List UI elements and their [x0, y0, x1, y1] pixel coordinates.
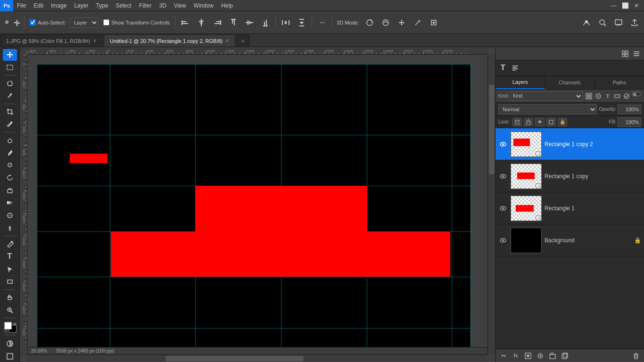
right-panel-arrange[interactable]	[632, 49, 641, 58]
lock-all-btn[interactable]: 🔒	[558, 118, 567, 126]
text-align-r[interactable]	[510, 62, 521, 74]
3d-slide-btn[interactable]	[410, 15, 425, 30]
magic-wand-tool[interactable]	[3, 90, 17, 102]
filter-text-icon[interactable]: T	[603, 92, 612, 100]
menu-help[interactable]: Help	[217, 0, 237, 11]
workspace-btn[interactable]	[611, 15, 626, 30]
filter-shape-icon[interactable]	[613, 92, 621, 100]
quick-mask-btn[interactable]	[3, 338, 17, 350]
opacity-input[interactable]	[618, 105, 641, 114]
3d-pan-btn[interactable]	[394, 15, 409, 30]
path-selection-tool[interactable]	[3, 263, 17, 275]
layer-group-btn[interactable]	[547, 351, 558, 361]
fill-input[interactable]	[618, 117, 641, 127]
filter-pixel-icon[interactable]	[585, 92, 593, 100]
lock-position-btn[interactable]	[535, 118, 545, 126]
align-center-v-btn[interactable]	[242, 15, 257, 30]
align-bottom-btn[interactable]	[258, 15, 273, 30]
screen-mode-btn[interactable]	[3, 350, 17, 362]
brush-tool[interactable]	[3, 147, 17, 158]
align-left-btn[interactable]	[178, 15, 193, 30]
layer-visibility-background[interactable]	[498, 236, 508, 245]
history-brush-tool[interactable]	[3, 172, 17, 184]
layer-new-btn[interactable]	[560, 351, 570, 361]
hand-tool[interactable]	[3, 292, 17, 304]
3d-scale-btn[interactable]	[426, 15, 441, 30]
scrollbar-h-thumb[interactable]	[165, 356, 304, 362]
filter-smartobj-icon[interactable]	[622, 92, 631, 100]
profile-btn[interactable]	[579, 15, 594, 30]
text-tool[interactable]: T	[3, 251, 17, 263]
more-options-btn[interactable]: ···	[314, 15, 330, 30]
layer-fx-btn[interactable]: fx	[511, 351, 521, 361]
right-panel-icon1[interactable]	[620, 49, 630, 58]
menu-filter[interactable]: Filter	[135, 0, 156, 11]
tab-1jpg[interactable]: 1.JPG @ 59% (Color Fill 1, RGB/8#) ✕	[0, 34, 103, 47]
layers-tab-channels[interactable]: Channels	[545, 76, 594, 89]
crop-tool[interactable]	[3, 106, 17, 117]
lasso-tool[interactable]	[3, 77, 17, 89]
distribute-h-btn[interactable]	[278, 15, 293, 30]
3d-rotate-btn[interactable]	[362, 15, 377, 30]
color-picker[interactable]: ⇄ ⬛	[2, 322, 17, 333]
eraser-tool[interactable]	[3, 184, 17, 196]
kind-dropdown[interactable]: Kind Name Effect Mode Attribute Color	[510, 91, 583, 101]
window-minimize[interactable]: —	[609, 0, 619, 11]
layers-tab-paths[interactable]: Paths	[595, 76, 644, 89]
menu-view[interactable]: View	[170, 0, 190, 11]
layer-item-rect1[interactable]: Rectangle 1	[495, 192, 644, 224]
menu-file[interactable]: File	[13, 0, 30, 11]
layer-delete-btn[interactable]	[631, 351, 641, 361]
blend-mode-dropdown[interactable]: Normal Dissolve Multiply Screen Overlay	[498, 104, 597, 115]
layer-visibility-rect1[interactable]	[498, 204, 508, 213]
eyedropper-tool[interactable]	[3, 118, 17, 130]
search-btn[interactable]	[595, 15, 610, 30]
window-close[interactable]: ✕	[632, 0, 641, 11]
pen-tool[interactable]	[3, 238, 17, 250]
align-center-h-btn[interactable]	[194, 15, 209, 30]
dodge-tool[interactable]	[3, 222, 17, 234]
layer-item-rect1copy2[interactable]: Rectangle 1 copy 2	[495, 128, 644, 160]
spot-healing-tool[interactable]	[3, 134, 17, 146]
blur-tool[interactable]	[3, 210, 17, 222]
auto-select-dropdown[interactable]: Layer Group	[70, 17, 99, 28]
filter-adjust-icon[interactable]	[594, 92, 603, 100]
align-top-btn[interactable]	[226, 15, 241, 30]
show-transform-checkbox[interactable]	[103, 19, 109, 25]
window-restore[interactable]: ⬜	[620, 0, 630, 11]
tab-1jpg-close[interactable]: ✕	[93, 38, 97, 43]
layer-visibility-rect1copy2[interactable]	[498, 140, 508, 149]
tab-add[interactable]: +	[236, 34, 249, 47]
scrollbar-v-thumb[interactable]	[489, 85, 495, 175]
lock-transparent-btn[interactable]	[512, 118, 522, 126]
menu-type[interactable]: Type	[92, 0, 112, 11]
clone-stamp-tool[interactable]	[3, 159, 17, 171]
menu-image[interactable]: Image	[47, 0, 70, 11]
menu-select[interactable]: Select	[112, 0, 135, 11]
filter-toggle[interactable]	[632, 92, 641, 97]
zoom-tool[interactable]	[3, 304, 17, 316]
foreground-color-swatch[interactable]	[4, 322, 12, 329]
layer-adjust-btn[interactable]	[535, 351, 545, 361]
layer-visibility-rect1copy[interactable]	[498, 172, 508, 181]
menu-3d[interactable]: 3D	[155, 0, 170, 11]
scrollbar-horizontal[interactable]	[27, 354, 487, 362]
share-btn[interactable]	[627, 15, 642, 30]
layer-item-rect1copy[interactable]: Rectangle 1 copy	[495, 160, 644, 192]
marquee-tool[interactable]	[3, 62, 17, 74]
layer-item-background[interactable]: Background 🔒	[495, 224, 644, 256]
3d-roll-btn[interactable]	[378, 15, 393, 30]
distribute-v-btn[interactable]	[294, 15, 309, 30]
lock-artboard-btn[interactable]	[546, 118, 556, 126]
layers-tab-layers[interactable]: Layers	[495, 76, 545, 89]
auto-select-checkbox[interactable]	[30, 19, 36, 25]
move-tool-options[interactable]: ✥	[2, 18, 11, 27]
menu-edit[interactable]: Edit	[30, 0, 47, 11]
move-tool[interactable]	[3, 49, 17, 61]
menu-layer[interactable]: Layer	[70, 0, 92, 11]
lock-image-btn[interactable]	[524, 118, 533, 126]
layer-link-btn[interactable]	[498, 351, 509, 361]
type-tool-r[interactable]: T	[497, 62, 509, 74]
menu-window[interactable]: Window	[190, 0, 218, 11]
swap-colors-icon[interactable]: ⇄	[13, 322, 17, 326]
